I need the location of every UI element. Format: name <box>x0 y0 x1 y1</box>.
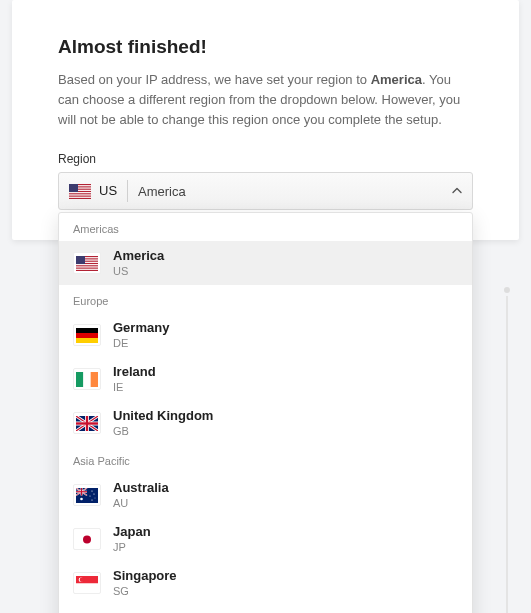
svg-rect-44 <box>76 583 98 591</box>
option-code: IE <box>113 381 156 395</box>
desc-bold: America <box>371 72 422 87</box>
region-select-button[interactable]: US America <box>58 172 473 210</box>
svg-rect-15 <box>76 269 98 270</box>
region-select: US America Americas America US Europe Ge… <box>58 172 473 210</box>
svg-rect-34 <box>76 491 87 492</box>
flag-icon <box>73 368 101 390</box>
flag-icon <box>73 572 101 594</box>
svg-rect-4 <box>69 192 91 193</box>
option-code: GB <box>113 425 213 439</box>
svg-rect-17 <box>76 256 85 264</box>
option-code: AU <box>113 497 169 511</box>
svg-point-40 <box>95 498 96 499</box>
selected-code: US <box>99 180 128 202</box>
chevron-up-icon <box>452 184 462 199</box>
svg-rect-8 <box>69 184 78 192</box>
svg-rect-14 <box>76 266 98 267</box>
region-dropdown: Americas America US Europe Germany DE Ir… <box>58 212 473 613</box>
option-name: United Kingdom <box>113 408 213 424</box>
option-name: Ireland <box>113 364 156 380</box>
svg-rect-19 <box>76 333 98 338</box>
region-option-us[interactable]: America US <box>59 241 472 285</box>
svg-point-35 <box>80 498 83 501</box>
group-header: Europe <box>59 285 472 313</box>
svg-rect-20 <box>76 338 98 343</box>
group-header: Asia Pacific <box>59 445 472 473</box>
flag-icon <box>73 252 101 274</box>
timeline-dot <box>501 284 513 296</box>
card-title: Almost finished! <box>58 36 473 58</box>
group-header: Americas <box>59 213 472 241</box>
option-name: Singapore <box>113 568 177 584</box>
svg-point-39 <box>90 495 91 496</box>
card-description: Based on your IP address, we have set yo… <box>58 70 473 130</box>
svg-rect-13 <box>76 264 98 265</box>
svg-rect-18 <box>76 328 98 333</box>
flag-icon <box>73 412 101 434</box>
region-option-jp[interactable]: Japan JP <box>59 517 472 561</box>
svg-point-42 <box>83 535 91 543</box>
option-name: America <box>113 248 164 264</box>
svg-point-37 <box>93 493 94 494</box>
desc-pre: Based on your IP address, we have set yo… <box>58 72 371 87</box>
option-code: DE <box>113 337 169 351</box>
region-option-ie[interactable]: Ireland IE <box>59 357 472 401</box>
option-name: Australia <box>113 480 169 496</box>
flag-icon <box>73 484 101 506</box>
option-code: US <box>113 265 164 279</box>
region-option-gb[interactable]: United Kingdom GB <box>59 401 472 445</box>
flag-icon <box>73 324 101 346</box>
selected-name: America <box>136 184 444 199</box>
region-option-au[interactable]: Australia AU <box>59 473 472 517</box>
flag-icon <box>69 184 91 199</box>
svg-point-36 <box>91 490 92 491</box>
flag-icon <box>73 528 101 550</box>
svg-point-46 <box>80 577 85 582</box>
region-option-in[interactable]: India IN <box>59 605 472 613</box>
svg-rect-6 <box>69 197 91 198</box>
svg-rect-23 <box>91 372 98 387</box>
svg-rect-28 <box>76 422 98 424</box>
option-name: Japan <box>113 524 151 540</box>
region-option-de[interactable]: Germany DE <box>59 313 472 357</box>
option-code: JP <box>113 541 151 555</box>
option-name: Germany <box>113 320 169 336</box>
region-option-sg[interactable]: Singapore SG <box>59 561 472 605</box>
svg-rect-5 <box>69 194 91 195</box>
svg-rect-22 <box>83 372 90 387</box>
setup-card: Almost finished! Based on your IP addres… <box>12 0 519 240</box>
svg-point-38 <box>91 499 92 500</box>
option-code: SG <box>113 585 177 599</box>
timeline-line <box>506 296 508 613</box>
region-label: Region <box>58 152 473 166</box>
svg-rect-21 <box>76 372 83 387</box>
